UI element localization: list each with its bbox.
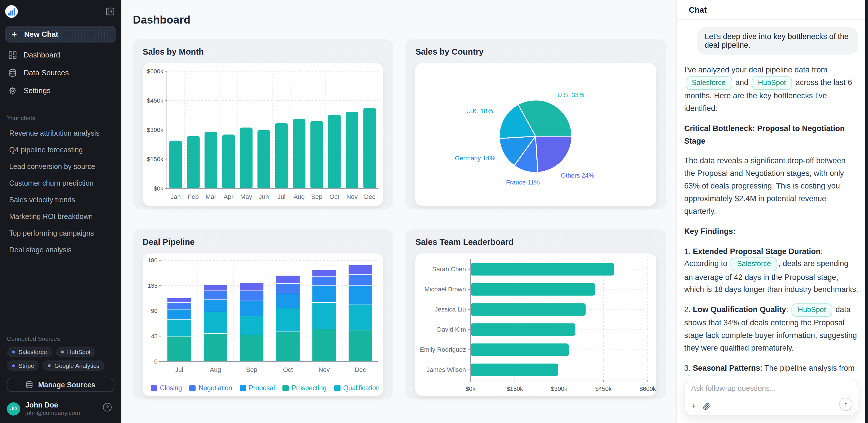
chat-history-item[interactable]: Customer churn prediction xyxy=(0,175,121,191)
sales-by-country-chart: U.S. 33%Others 24%France 11%Germany 14%U… xyxy=(415,63,656,206)
sidebar-item-dashboard[interactable]: Dashboard xyxy=(0,46,121,64)
svg-text:James Wilson: James Wilson xyxy=(427,366,466,373)
legend-item-negotiation[interactable]: Negotiation xyxy=(189,385,232,391)
svg-text:Oct: Oct xyxy=(330,193,339,200)
chat-history-item[interactable]: Sales velocity trends xyxy=(0,191,121,208)
svg-text:May: May xyxy=(240,193,252,200)
manage-sources-button[interactable]: Manage Sources xyxy=(7,378,115,392)
legend-item-prospecting[interactable]: Prospecting xyxy=(282,385,327,391)
sidebar-item-label: Settings xyxy=(24,86,51,95)
legend-item-proposal[interactable]: Proposal xyxy=(240,385,275,391)
status-dot xyxy=(12,350,15,353)
connected-sources-pills: SalesforceHubSpotStripeGoogle Analytics xyxy=(7,347,115,371)
svg-text:U.S. 33%: U.S. 33% xyxy=(558,91,584,99)
source-tag-pill[interactable]: HubSpot xyxy=(792,304,832,317)
source-tag-pill[interactable]: Salesforce xyxy=(685,76,732,90)
chat-history-item[interactable]: Q4 pipeline forecasting xyxy=(0,141,121,158)
source-tag-pill[interactable]: HubSpot xyxy=(751,76,792,90)
svg-text:Jun: Jun xyxy=(259,193,269,200)
card-title: Sales by Month xyxy=(143,47,383,56)
message-text: and xyxy=(733,78,750,87)
chat-history-item[interactable]: Marketing ROI breakdown xyxy=(0,208,121,225)
source-tag-pill[interactable]: Stripe xyxy=(685,375,717,376)
bold-text: Low Qualification Quality xyxy=(693,305,786,314)
source-pill-stripe[interactable]: Stripe xyxy=(7,360,39,371)
legend-item-qualification[interactable]: Qualification xyxy=(334,385,380,391)
chat-history-item[interactable]: Lead conversion by source xyxy=(0,158,121,175)
svg-text:45: 45 xyxy=(151,333,158,339)
svg-text:Jessica Liu: Jessica Liu xyxy=(435,306,466,313)
svg-text:Sarah Chen: Sarah Chen xyxy=(432,265,466,273)
svg-text:Dec: Dec xyxy=(364,193,375,200)
chat-input[interactable] xyxy=(691,384,851,398)
svg-text:Nov: Nov xyxy=(318,366,330,373)
source-pill-salesforce[interactable]: Salesforce xyxy=(7,347,52,357)
user-email: john@company.com xyxy=(25,409,80,416)
card-title: Deal Pipeline xyxy=(143,237,383,247)
sidebar-item-settings[interactable]: Settings xyxy=(0,82,121,99)
svg-text:$450k: $450k xyxy=(147,97,164,104)
paperclip-icon[interactable] xyxy=(702,402,711,411)
legend-swatch xyxy=(240,385,246,391)
add-attachment-plus-icon[interactable]: + xyxy=(691,402,696,411)
right-scrollbar-strip[interactable] xyxy=(865,0,868,423)
sidebar-item-data-sources[interactable]: Data Sources xyxy=(0,64,121,82)
legend-label: Negotiation xyxy=(199,385,232,391)
svg-text:Apr: Apr xyxy=(224,193,234,200)
legend-label: Qualification xyxy=(343,385,380,391)
chat-history-item[interactable]: Top performing campaigns xyxy=(0,225,121,241)
source-pill-hubspot[interactable]: HubSpot xyxy=(56,347,96,357)
new-chat-button[interactable]: + New Chat xyxy=(5,26,116,42)
svg-text:Jul: Jul xyxy=(278,193,286,200)
dashboard-cards-grid: Sales by Month $0k$150k$300k$450k$600kJa… xyxy=(133,39,666,399)
sidebar: + New Chat DashboardData SourcesSettings… xyxy=(0,0,121,423)
ai-paragraph: 3. Seasonal Patterns: The pipeline analy… xyxy=(684,362,858,376)
sidebar-item-label: Data Sources xyxy=(24,68,69,77)
legend-item-closing[interactable]: Closing xyxy=(151,385,182,391)
svg-text:Aug: Aug xyxy=(210,366,221,373)
card-sales-team-leaderboard: Sales Team Leaderboard $0k$150k$300k$450… xyxy=(406,229,666,399)
svg-text:$450k: $450k xyxy=(595,385,612,392)
gear-icon xyxy=(9,87,17,95)
chat-history-item[interactable]: Revenue attribution analysis xyxy=(0,125,121,141)
svg-text:Nov: Nov xyxy=(346,193,358,200)
chat-messages[interactable]: Let's deep dive into key bottlenecks of … xyxy=(677,20,865,376)
message-text: 3. xyxy=(684,364,693,372)
message-text: : xyxy=(786,305,790,314)
message-text: I've analyzed your deal pipeline data fr… xyxy=(684,66,827,74)
chat-history-item[interactable]: Deal stage analysis xyxy=(0,241,121,258)
bold-text: Key Findings: xyxy=(684,227,736,235)
svg-text:Sep: Sep xyxy=(311,193,322,200)
card-title: Sales Team Leaderboard xyxy=(415,237,656,247)
source-name: HubSpot xyxy=(67,348,91,355)
source-pill-google-analytics[interactable]: Google Analytics xyxy=(43,360,104,371)
ai-paragraph: 1. Extended Proposal Stage Duration: Acc… xyxy=(684,245,858,296)
legend-swatch xyxy=(189,385,196,391)
legend-label: Proposal xyxy=(249,385,275,391)
app-window: + New Chat DashboardData SourcesSettings… xyxy=(0,0,868,423)
app-logo xyxy=(5,5,18,18)
card-title: Sales by Country xyxy=(415,47,656,56)
source-tag-pill[interactable]: Salesforce xyxy=(731,258,777,271)
legend-swatch xyxy=(282,385,289,391)
chat-title: Chat xyxy=(689,5,707,14)
send-button[interactable]: ↑ xyxy=(839,398,852,411)
ai-paragraph: The data reveals a significant drop-off … xyxy=(684,155,858,218)
svg-text:$300k: $300k xyxy=(551,385,568,392)
sidebar-collapse-icon[interactable] xyxy=(106,7,115,15)
legend-swatch xyxy=(334,385,340,391)
sales-by-month-chart: $0k$150k$300k$450k$600kJanFebMarAprMayJu… xyxy=(143,63,383,206)
svg-text:90: 90 xyxy=(151,307,158,314)
user-account[interactable]: JD John Doe john@company.com ? xyxy=(7,401,115,418)
help-icon[interactable]: ? xyxy=(103,403,112,412)
svg-text:U.K. 18%: U.K. 18% xyxy=(466,107,493,115)
svg-text:$600k: $600k xyxy=(147,68,164,74)
svg-text:Jul: Jul xyxy=(175,366,183,373)
deal-pipeline-chart: 04590135180JulAugSepOctNovDec ClosingNeg… xyxy=(143,254,383,396)
source-name: Google Analytics xyxy=(54,362,99,369)
svg-text:Mar: Mar xyxy=(205,193,216,200)
svg-text:180: 180 xyxy=(148,257,158,263)
user-name: John Doe xyxy=(25,401,80,409)
chat-input-card: + ↑ xyxy=(684,379,858,416)
svg-text:Others 24%: Others 24% xyxy=(561,172,594,179)
